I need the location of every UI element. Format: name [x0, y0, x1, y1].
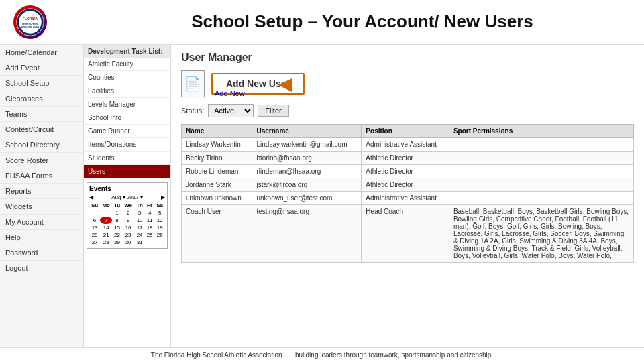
cell-name: Robbie Lindeman — [182, 165, 252, 178]
cell-username: unknown_user@test.com — [252, 192, 362, 205]
calendar-month-year: Aug ▾ 2017 ▾ — [111, 194, 143, 200]
sub-sidebar-item-levels-manager[interactable]: Levels Manager — [84, 98, 170, 111]
filter-button[interactable]: Filter — [258, 105, 288, 117]
cell-username: rlindeman@fhsaa.org — [252, 165, 362, 178]
sidebar-item-fhsaa-forms[interactable]: FHSAA Forms — [0, 168, 83, 184]
table-row: Jordanne Starkjstark@flrcoa.orgAthletic … — [182, 178, 634, 192]
events-header: Events — [89, 185, 165, 192]
cell-name: Coach User — [182, 205, 252, 263]
cell-name: Becky Tirino — [182, 152, 252, 165]
cell-permissions — [449, 192, 633, 205]
sub-sidebar-header: Development Task List: — [84, 45, 170, 58]
sub-sidebar: Development Task List: Athletic Faculty … — [84, 45, 171, 353]
sub-sidebar-item-athletic-faculty[interactable]: Athletic Faculty — [84, 58, 170, 71]
calendar-nav-next[interactable]: ▶ — [161, 194, 165, 200]
sub-sidebar-item-users[interactable]: Users — [84, 165, 170, 178]
sidebar-item-logout[interactable]: Logout — [0, 261, 83, 276]
sub-sidebar-item-counties[interactable]: Counties — [84, 71, 170, 84]
cell-name: unknown unknown — [182, 192, 252, 205]
cell-position: Athletic Director — [362, 152, 449, 165]
sidebar-item-teams[interactable]: Teams — [0, 107, 83, 122]
cell-permissions: Baseball, Basketball, Boys, Basketball G… — [449, 205, 633, 263]
content-area: User Manager Add New User Add New Status… — [171, 45, 644, 353]
cell-permissions — [449, 152, 633, 165]
cell-position: Administrative Assistant — [362, 138, 449, 152]
sub-sidebar-item-school-info[interactable]: School Info — [84, 111, 170, 125]
user-manager-title: User Manager — [181, 52, 634, 64]
sidebar-item-home-calendar[interactable]: Home/Calendar — [0, 45, 83, 60]
cell-permissions — [449, 165, 633, 178]
svg-point-1 — [19, 11, 42, 34]
svg-text:HIGH SCHOOL: HIGH SCHOOL — [22, 23, 38, 25]
sidebar-item-school-setup[interactable]: School Setup — [0, 76, 83, 91]
col-username: Username — [252, 125, 362, 138]
sub-sidebar-item-students[interactable]: Students — [84, 152, 170, 165]
arrow-icon — [278, 78, 292, 92]
events-section: Events ◀ Aug ▾ 2017 ▾ ▶ SuMoTuWeThFrSa 1… — [87, 182, 168, 249]
sidebar: Home/Calendar Add Event School Setup Cle… — [0, 45, 84, 353]
table-row: Coach Usertesting@nsaa.orgHead CoachBase… — [182, 205, 634, 263]
sidebar-item-my-account[interactable]: My Account — [0, 215, 83, 230]
cell-permissions — [449, 138, 633, 152]
sidebar-item-reports[interactable]: Reports — [0, 184, 83, 199]
status-label: Status: — [181, 107, 204, 115]
col-position: Position — [362, 125, 449, 138]
svg-text:FLORIDA: FLORIDA — [23, 17, 38, 21]
sidebar-item-clearances[interactable]: Clearances — [0, 91, 83, 107]
sidebar-item-widgets[interactable]: Widgets — [0, 199, 83, 215]
user-table: Name Username Position Sport Permissions… — [181, 124, 634, 263]
sub-sidebar-item-game-runner[interactable]: Game Runner — [84, 125, 170, 138]
table-row: Lindsay WarkentinLindsay.warkentin@gmail… — [182, 138, 634, 152]
sub-sidebar-item-items-donations[interactable]: Items/Donations — [84, 138, 170, 152]
cell-username: jstark@flrcoa.org — [252, 178, 362, 192]
cell-position: Administrative Assistant — [362, 192, 449, 205]
sidebar-item-school-directory[interactable]: School Directory — [0, 137, 83, 153]
cell-username: Lindsay.warkentin@gmail.com — [252, 138, 362, 152]
header: FLORIDA HIGH SCHOOL ATHLETIC ASSN School… — [0, 0, 644, 45]
cell-position: Athletic Director — [362, 178, 449, 192]
filter-row: Status: Active Inactive All Filter — [181, 104, 634, 117]
add-new-link[interactable]: Add New — [215, 89, 245, 97]
col-sport-permissions: Sport Permissions — [449, 125, 633, 138]
calendar-nav-prev[interactable]: ◀ — [89, 194, 93, 200]
svg-text:ATHLETIC ASSN: ATHLETIC ASSN — [21, 26, 40, 29]
col-name: Name — [182, 125, 252, 138]
table-row: Becky Tirinobtorino@fhsaa.orgAthletic Di… — [182, 152, 634, 165]
table-row: Robbie Lindemanrlindeman@fhsaa.orgAthlet… — [182, 165, 634, 178]
cell-permissions — [449, 178, 633, 192]
main-layout: Home/Calendar Add Event School Setup Cle… — [0, 45, 644, 353]
footer: The Florida High School Athletic Associa… — [0, 347, 644, 362]
cell-position: Head Coach — [362, 205, 449, 263]
cell-name: Lindsay Warkentin — [182, 138, 252, 152]
cell-username: testing@nsaa.org — [252, 205, 362, 263]
cell-position: Athletic Director — [362, 165, 449, 178]
sidebar-item-add-event[interactable]: Add Event — [0, 60, 83, 76]
cell-username: btorino@fhsaa.org — [252, 152, 362, 165]
florida-logo: FLORIDA HIGH SCHOOL ATHLETIC ASSN — [13, 5, 47, 39]
page-title: School Setup – Your Account/ New Users — [94, 11, 631, 32]
sidebar-item-contest-circuit[interactable]: Contest/Circuit — [0, 122, 83, 137]
table-row: unknown unknownunknown_user@test.comAdmi… — [182, 192, 634, 205]
status-select[interactable]: Active Inactive All — [208, 104, 254, 117]
sidebar-item-password[interactable]: Password — [0, 245, 83, 261]
mini-calendar: ◀ Aug ▾ 2017 ▾ ▶ SuMoTuWeThFrSa 12345 67… — [89, 194, 165, 246]
sidebar-item-score-roster[interactable]: Score Roster — [0, 153, 83, 168]
add-new-area: Add New User Add New — [181, 70, 634, 97]
cell-name: Jordanne Stark — [182, 178, 252, 192]
logo-area: FLORIDA HIGH SCHOOL ATHLETIC ASSN — [13, 5, 94, 39]
sidebar-item-help[interactable]: Help — [0, 230, 83, 245]
document-icon — [181, 70, 205, 97]
sub-sidebar-item-facilities[interactable]: Facilities — [84, 84, 170, 98]
